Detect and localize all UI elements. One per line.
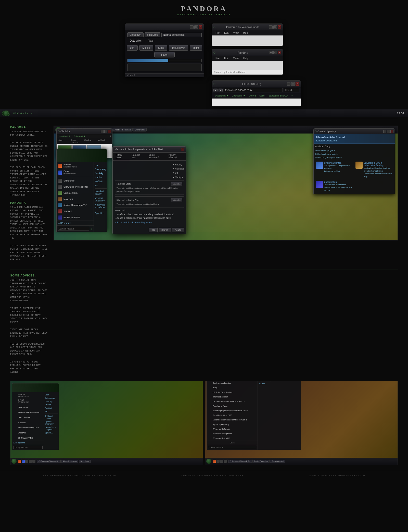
address-bar[interactable]: Počítač ▸ FLS83A8F (C:) ▸ [224,88,283,92]
wb-max[interactable]: □ [273,25,277,29]
bsm-titem-ps[interactable]: Adobe Photoshop [61,460,79,463]
sm-sspro[interactable]: SkinStudio Professional [57,184,94,190]
alm-calendar[interactable]: Windows Kalendář [207,436,258,441]
alm-ie[interactable]: Internet Explorer [207,395,258,399]
system-title[interactable]: Systém a údržba [324,162,353,164]
explorer-min[interactable]: ─ [287,82,290,86]
explorer-close[interactable]: ✕ [296,82,299,86]
sm-mail[interactable]: E-mail Windows Mail [57,169,94,176]
sm-paint[interactable]: Malování [57,196,94,202]
alm-vision[interactable]: Visionneuse Microsoft Office PowerPo [207,418,258,422]
ov-organize[interactable]: Uspořádat ▼ [58,135,72,138]
dlg-tab-start[interactable]: Nabídka Start [130,153,147,160]
bsm-start-orb[interactable] [11,459,17,464]
smr-help[interactable]: Nápověda a podpora [95,203,107,209]
nav-fwd[interactable]: ▶ [219,89,223,92]
smr-cpanel[interactable]: Ovládací panely [95,189,107,196]
security-link1[interactable]: Zkontrolovat aktualizace [324,183,353,186]
right-btn[interactable]: Right [190,45,202,51]
all-programs-link[interactable]: All Programs [57,221,94,225]
bsm-rtitem-ps[interactable]: Adobe Photoshop [252,460,270,463]
dropdown-btn[interactable]: Dropdown [127,32,144,37]
smr-docs[interactable]: Dokumenty [95,167,107,171]
combo-box[interactable]: Normal combo box [161,33,202,37]
mouseover-btn[interactable]: Mouseover [169,45,188,51]
pandora-menu-view[interactable]: View [231,56,241,60]
pandora-close[interactable]: ✕ [278,51,281,54]
wb-menu-view[interactable]: View [231,31,241,35]
bsmr-music[interactable]: Hudba [45,403,58,406]
system-link2[interactable]: Záhofovat počítač [324,170,353,173]
alm-search-input[interactable] [208,446,256,449]
users-link1[interactable]: Nastavit rodičovskou kontrolu pro všechn… [364,167,392,172]
wincustomize-link[interactable]: WinCustomize.com [11,112,35,115]
bsm-ql-g2[interactable] [32,460,35,463]
bsmr-pics[interactable]: Obrázky [45,400,58,403]
rql-g2[interactable] [220,460,223,463]
bsmr-default[interactable]: Výchozí programy [45,420,58,426]
sm-skinstudio[interactable]: SkinStudio [57,178,94,184]
close-btn[interactable]: ✕ [199,25,202,29]
rql-g3[interactable] [224,460,227,463]
task-2[interactable]: Sdílení souborů a složek [315,152,393,156]
dlg-ok[interactable]: OK [149,228,158,232]
ov-min[interactable] [101,130,104,133]
bsm-bsplayer[interactable]: BS.Player FREE [12,436,44,441]
wb-menu-help[interactable]: Help [241,31,251,35]
bsm-rtitem-pandora[interactable]: ⬡ [Pandora]-Stardock S... [228,460,252,463]
bsm-all-programs[interactable]: All Programs [12,441,44,445]
nav-views[interactable]: Zobrazení ▼ [231,94,246,97]
maximize-btn[interactable]: □ [194,25,198,29]
vlastni-btn2[interactable]: Vlastní... [171,198,182,202]
alm-wlive[interactable]: Stažení programu Windows Live Mese [207,408,258,413]
ov-views[interactable]: Zobrazení ▼ [73,135,86,138]
dlg-tab-toolbars[interactable]: Panely nástrojů [167,153,185,160]
bsm-ss[interactable]: SkinStudio [12,405,44,410]
pandora-max[interactable]: □ [273,51,277,54]
bsm-titem-bez[interactable]: Bez názvu- [79,460,91,463]
smr-pics[interactable]: Obrázky [95,171,107,175]
users-title[interactable]: Uživatelské účty a zabezpečení rodiny [364,162,392,167]
start-button[interactable] [2,111,10,116]
users-link2[interactable]: Přidat nebo odebrat uživatelské účty [364,172,392,178]
smr-comp[interactable]: Počítač [95,179,107,184]
wb-min[interactable]: ─ [269,25,273,29]
wb-menu-edit[interactable]: Edit [222,31,231,35]
bsmr-run[interactable]: Spustit... [45,431,58,434]
ov-close[interactable] [108,130,111,133]
minimize-btn[interactable]: ─ [190,25,194,29]
bsmr-net[interactable]: Síť [45,410,58,413]
ov-max[interactable] [104,130,107,133]
security-title[interactable]: Zabezpečení [324,181,353,183]
sm-bsplayer[interactable]: BS.Player FREE [57,214,94,221]
bsmr-comp[interactable]: Počítač [45,406,58,410]
alm-defender[interactable]: Windows Defender [207,427,258,431]
bsm-learning[interactable]: Učicí centrum [12,415,44,420]
bsm-phcs2[interactable]: Adobe Photoshop CS2 [12,425,44,430]
nav-open[interactable]: Otevřít [248,94,257,97]
wb-menu-file[interactable]: File [213,31,222,35]
alm-back-btn[interactable]: Back [207,441,258,445]
tab-tags[interactable]: Tags [145,39,156,43]
nav-organize[interactable]: Uspořádat ▼ [214,94,230,97]
bsm-ql-ie[interactable] [25,460,28,463]
nav-share[interactable]: Sdílet [258,94,266,97]
left-btn[interactable]: Left [127,45,138,51]
bsm-winrar[interactable]: WinRAR [12,430,44,436]
dlg-help-link[interactable]: Jak lze změnit vzhled nabídky Start? [115,221,184,224]
smr-default[interactable]: Výchozí programy [95,196,107,203]
splitdrop-btn[interactable]: Split Drop [145,32,160,37]
alm-ebay[interactable]: eBay... [207,385,258,390]
cpanel-min[interactable] [383,130,386,133]
alm-hp[interactable]: HP Total Care Advisor [207,390,258,395]
alm-gallery[interactable]: Windows Fotogalerie [207,431,258,436]
bsm-titem-pandora[interactable]: ⬡ [Pandora]-Stardock S... [37,460,61,463]
state-btn[interactable]: State [155,45,167,51]
almr-run[interactable]: Spustit... [259,382,300,385]
dlg-tab-notif[interactable]: Oblast oznámení [147,153,167,160]
alm-default[interactable]: Výchozí programy [207,422,258,427]
nav-help[interactable]: ? [290,94,294,97]
sm-firefox[interactable]: Internet Mozilla Firefox [57,162,94,169]
dlg-close[interactable] [181,148,184,151]
search-box[interactable]: Hledat [284,88,299,92]
